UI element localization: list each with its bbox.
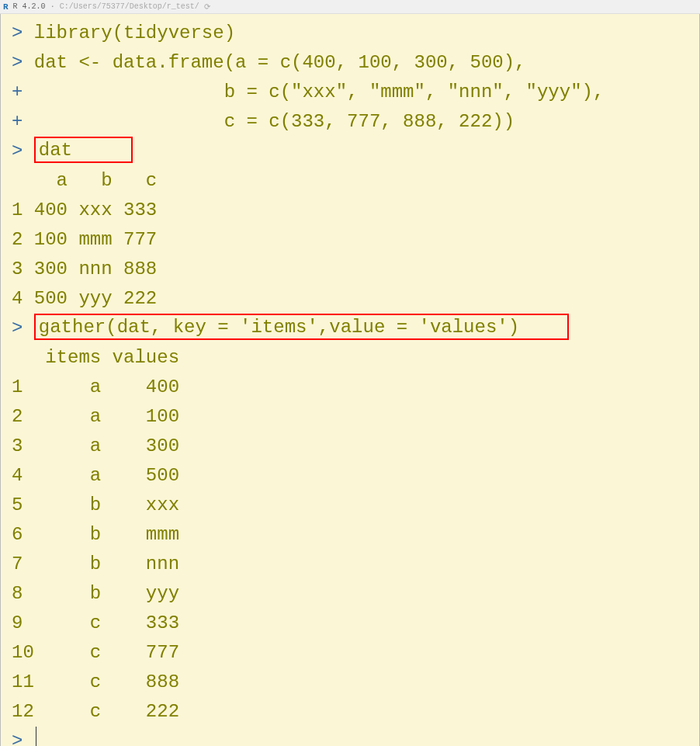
output-line: 2 a 100 [12,402,699,432]
output-line: 1 400 xxx 333 [12,196,699,225]
console-line: > gather(dat, key = 'items',value = 'val… [12,314,699,343]
table-row: 1 400 xxx 333 [12,196,157,225]
table-header: a b c [12,166,157,196]
console-line: + c = c(333, 777, 888, 222)) [12,107,699,137]
output-line: a b c [12,166,699,196]
table-header: items values [12,343,179,373]
highlighted-command-dat: dat [34,137,133,163]
refresh-icon[interactable]: ⟳ [204,2,210,12]
r-console[interactable]: > library(tidyverse) > dat <- data.frame… [0,14,700,746]
prompt: > [12,314,34,343]
output-line: 3 300 nnn 888 [12,255,699,284]
output-line: 1 a 400 [12,373,699,402]
output-line: 12 c 222 [12,697,699,727]
output-line: 4 500 yyy 222 [12,284,699,314]
command-text: dat <- data.frame(a = c(400, 100, 300, 5… [34,48,526,78]
table-row: 9 c 333 [12,609,179,638]
prompt: > [12,48,34,78]
table-row: 4 a 500 [12,461,179,491]
text-cursor [36,727,36,746]
table-row: 11 c 888 [12,668,179,697]
table-row: 6 b mmm [12,520,179,550]
command-text: b = c("xxx", "mmm", "nnn", "yyy"), [34,78,605,107]
output-line: 10 c 777 [12,638,699,668]
console-input-line[interactable]: > [12,727,699,746]
table-row: 10 c 777 [12,638,179,668]
table-row: 3 a 300 [12,432,179,461]
output-line: 8 b yyy [12,579,699,609]
table-row: 4 500 yyy 222 [12,284,157,314]
output-line: 5 b xxx [12,491,699,520]
separator: · [50,2,55,11]
console-line: + b = c("xxx", "mmm", "nnn", "yyy"), [12,78,699,107]
command-text: library(tidyverse) [34,19,235,48]
table-row: 2 100 mmm 777 [12,225,157,255]
r-logo-icon: R [3,2,9,12]
r-version: R 4.2.0 [13,2,46,11]
prompt: > [12,19,34,48]
output-line: 6 b mmm [12,520,699,550]
output-line: 4 a 500 [12,461,699,491]
output-line: 7 b nnn [12,550,699,579]
command-text: c = c(333, 777, 888, 222)) [34,107,515,137]
console-line: > dat [12,137,699,166]
table-row: 3 300 nnn 888 [12,255,157,284]
table-row: 5 b xxx [12,491,179,520]
output-line: 11 c 888 [12,668,699,697]
working-directory: C:/Users/75377/Desktop/r_test/ [60,2,199,11]
output-line: 2 100 mmm 777 [12,225,699,255]
highlighted-command-gather: gather(dat, key = 'items',value = 'value… [34,314,569,340]
continuation-prompt: + [12,78,34,107]
table-row: 12 c 222 [12,697,179,727]
title-bar: R R 4.2.0 · C:/Users/75377/Desktop/r_tes… [0,0,700,14]
prompt: > [12,727,34,746]
console-line: > dat <- data.frame(a = c(400, 100, 300,… [12,48,699,78]
console-line: > library(tidyverse) [12,19,699,48]
output-line: 9 c 333 [12,609,699,638]
continuation-prompt: + [12,107,34,137]
table-row: 2 a 100 [12,402,179,432]
prompt: > [12,137,34,166]
output-line: 3 a 300 [12,432,699,461]
output-line: items values [12,343,699,373]
table-row: 7 b nnn [12,550,179,579]
table-row: 8 b yyy [12,579,179,609]
table-row: 1 a 400 [12,373,179,402]
